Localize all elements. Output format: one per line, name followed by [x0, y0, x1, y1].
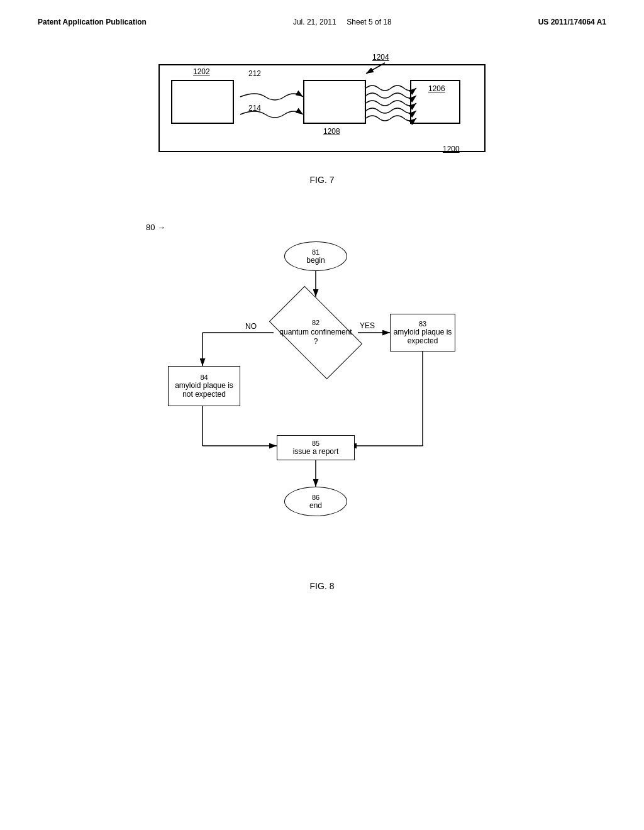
publication-label: Patent Application Publication	[38, 18, 147, 26]
node-86-end: 86 end	[284, 487, 347, 516]
fig7-container: 1202 1204 1208 1206 1200 212 214 FIG. 7	[0, 52, 644, 185]
patent-number: US 2011/174064 A1	[538, 18, 606, 26]
node-83-text: amyloid plaque is expected	[394, 328, 452, 345]
label-1206: 1206	[428, 84, 445, 93]
node-82-q: ?	[314, 337, 318, 346]
header-right: US 2011/174064 A1	[538, 18, 606, 26]
diagram-80-num: 80	[146, 223, 155, 232]
label-1204: 1204	[372, 53, 389, 62]
node-84-num: 84	[200, 374, 208, 381]
node-82-diamond-wrapper: 82 quantum confinement ?	[273, 297, 358, 368]
fig8-caption: FIG. 8	[310, 581, 335, 591]
node-86-text: end	[309, 501, 322, 510]
box-1202	[171, 80, 234, 124]
node-83-rect: 83 amyloid plaque is expected	[390, 314, 455, 351]
node-83-num: 83	[419, 320, 426, 328]
header-center: Jul. 21, 2011 Sheet 5 of 18	[293, 18, 392, 26]
header-left: Patent Application Publication	[38, 18, 147, 26]
label-1208: 1208	[323, 127, 340, 136]
box-1208	[303, 80, 366, 124]
node-85-text: issue a report	[293, 447, 339, 456]
fig8-container: 80 →	[0, 216, 644, 591]
node-81-text: begin	[306, 256, 325, 265]
label-214: 214	[248, 104, 261, 113]
publication-date: Jul. 21, 2011	[293, 18, 336, 26]
node-82-label: quantum confinement	[279, 328, 352, 336]
label-1200: 1200	[443, 145, 460, 153]
sheet-info: Sheet 5 of 18	[347, 18, 391, 26]
node-81-num: 81	[312, 248, 319, 256]
label-80: 80 →	[146, 223, 165, 232]
node-82-num: 82	[279, 318, 352, 327]
fig8-diagram: 80 →	[133, 216, 511, 568]
label-212: 212	[248, 69, 261, 78]
node-81-begin: 81 begin	[284, 241, 347, 271]
node-86-num: 86	[312, 494, 319, 501]
page-header: Patent Application Publication Jul. 21, …	[0, 0, 644, 26]
node-85-rect: 85 issue a report	[277, 435, 355, 460]
node-84-text: amyloid plaque is not expected	[175, 381, 233, 399]
fig7-diagram: 1202 1204 1208 1206 1200 212 214	[133, 52, 511, 165]
svg-text:NO: NO	[245, 322, 257, 331]
label-1202: 1202	[193, 67, 210, 76]
fig7-caption: FIG. 7	[310, 175, 335, 185]
node-85-num: 85	[312, 440, 319, 447]
node-84-rect: 84 amyloid plaque is not expected	[168, 366, 240, 406]
svg-text:YES: YES	[360, 321, 375, 330]
node-82-text: 82 quantum confinement ?	[279, 318, 352, 346]
